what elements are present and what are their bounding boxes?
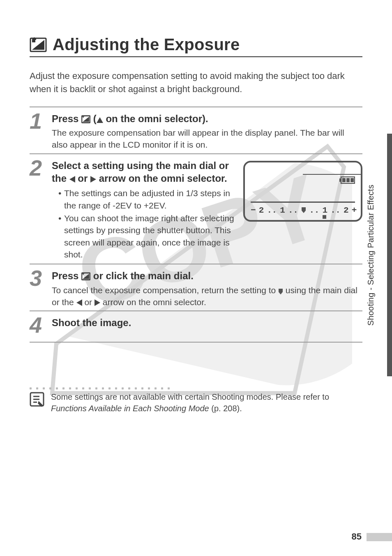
- svg-marker-25: [279, 292, 283, 294]
- panel-top-line: [303, 174, 361, 175]
- step-2: 2 Select a setting using the main dial o…: [30, 153, 362, 262]
- scale-dots: ..: [267, 206, 277, 215]
- left-arrow-icon: [76, 299, 82, 306]
- svg-rect-24: [279, 289, 283, 292]
- scale-1-left: 1: [280, 206, 285, 215]
- scale-center-marker-icon: [301, 207, 306, 213]
- svg-rect-16: [346, 178, 350, 182]
- step-3-desc-a: To cancel the exposure compensation, ret…: [52, 285, 278, 295]
- exposure-comp-icon: [30, 37, 47, 52]
- step-4: 4 Shoot the image.: [30, 310, 362, 343]
- step-1: 1 Press ( on the omni selector). The exp…: [30, 107, 362, 151]
- step-2-title-line2a: the: [52, 173, 69, 184]
- display-panel-illustration: − 2 .. 1 .. .. 1 .. 2 +: [243, 161, 362, 222]
- scale-dots: ..: [330, 206, 340, 215]
- scale-1-right: 1: [322, 206, 327, 215]
- step-number: 3: [30, 267, 46, 308]
- svg-marker-11: [69, 176, 75, 183]
- svg-marker-23: [83, 274, 89, 279]
- footnote-text: Some settings are not available with cer…: [51, 391, 362, 414]
- step-1-title: Press ( on the omni selector).: [52, 112, 362, 125]
- step-2-title-line2b: or: [75, 173, 90, 184]
- step-2-title-line1: Select a setting using the main dial or: [52, 160, 229, 171]
- svg-rect-17: [350, 178, 354, 182]
- side-tab-bar: [387, 134, 392, 376]
- exposure-scale: − 2 .. 1 .. .. 1 .. 2 +: [251, 206, 357, 215]
- footnote: Some settings are not available with cer…: [30, 391, 362, 414]
- section-heading: Adjusting the Exposure: [30, 35, 362, 57]
- svg-marker-27: [95, 299, 100, 306]
- scale-dots: ..: [288, 206, 298, 215]
- section-side-tab: Shooting - Selecting Particular Effects: [367, 134, 392, 376]
- svg-rect-15: [342, 178, 346, 182]
- step-1-title-suffix: on the omni selector).: [103, 113, 208, 124]
- left-arrow-icon: [69, 176, 75, 183]
- step-number: 4: [30, 314, 46, 336]
- bullet-item: The settings can be adjusted in 1/3 step…: [58, 187, 237, 211]
- scale-2-left: 2: [259, 206, 264, 215]
- step-2-bullets: The settings can be adjusted in 1/3 step…: [52, 187, 237, 260]
- side-tab-label: Shooting - Selecting Particular Effects: [366, 184, 376, 325]
- scale-1-right-wrap: 1: [322, 206, 327, 215]
- step-3-desc: To cancel the exposure compensation, ret…: [52, 284, 362, 308]
- right-arrow-icon: [90, 176, 96, 183]
- step-3-title: Press or click the main dial.: [52, 269, 362, 282]
- note-icon: [30, 392, 44, 407]
- step-2-title: Select a setting using the main dial or …: [52, 159, 237, 185]
- scale-center-marker-icon: [278, 289, 283, 294]
- svg-rect-18: [302, 207, 306, 211]
- svg-marker-12: [90, 176, 96, 183]
- svg-rect-14: [339, 178, 341, 182]
- svg-marker-10: [97, 117, 103, 123]
- svg-rect-4: [32, 39, 36, 40]
- step-1-desc: The exposure compensation bar will appea…: [52, 127, 362, 151]
- page-number: 85: [352, 531, 362, 542]
- exposure-comp-small-icon: [81, 115, 90, 123]
- step-3-title-suffix: or click the main dial.: [90, 270, 194, 281]
- svg-rect-22: [82, 273, 84, 274]
- svg-marker-19: [302, 211, 306, 213]
- scale-dots: ..: [309, 206, 319, 215]
- footnote-text-b: (p. 208).: [209, 404, 242, 413]
- step-3-title-prefix: Press: [52, 270, 81, 281]
- scale-minus-sign: −: [251, 206, 256, 215]
- step-1-title-mid: (: [90, 113, 97, 124]
- footnote-text-a: Some settings are not available with cer…: [51, 392, 329, 401]
- step-1-title-prefix: Press: [52, 113, 81, 124]
- svg-marker-9: [83, 116, 89, 122]
- intro-text: Adjust the exposure compensation setting…: [30, 70, 362, 96]
- page-number-bar: [367, 533, 392, 541]
- step-3: 3 Press or click the main dial. To cance…: [30, 264, 362, 308]
- bullet-item: You can shoot the image right after sele…: [58, 212, 237, 261]
- panel-bot-line: [251, 202, 355, 203]
- current-value-marker: [323, 215, 326, 219]
- dotted-separator: [30, 384, 182, 387]
- scale-2-right: 2: [344, 206, 348, 215]
- step-3-desc-d: arrow on the omni selector.: [100, 297, 206, 307]
- scale-plus-sign: +: [352, 206, 357, 215]
- step-3-desc-c: or: [82, 297, 95, 307]
- exposure-comp-small-icon: [81, 272, 90, 280]
- step-number: 2: [30, 157, 46, 262]
- step-number: 1: [30, 110, 46, 151]
- svg-rect-8: [82, 116, 84, 117]
- svg-marker-26: [76, 299, 82, 306]
- step-4-title: Shoot the image.: [52, 316, 362, 329]
- step-2-title-line2c: arrow on the omni selector.: [96, 173, 227, 184]
- battery-icon: [339, 176, 355, 184]
- right-arrow-icon: [95, 299, 100, 306]
- footnote-text-em: Functions Available in Each Shooting Mod…: [51, 404, 209, 413]
- heading-title: Adjusting the Exposure: [53, 35, 240, 54]
- up-arrow-icon: [97, 117, 103, 123]
